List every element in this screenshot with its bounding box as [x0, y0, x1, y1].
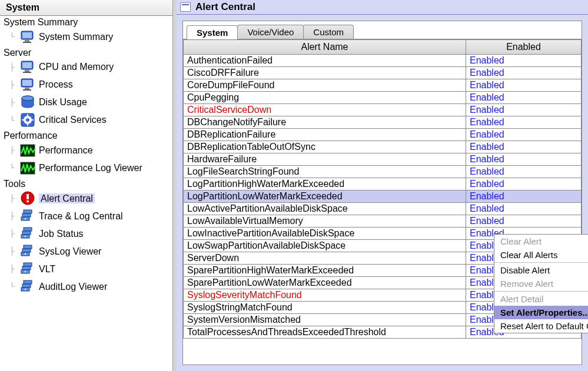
tree-item[interactable]: ├ Process: [2, 76, 170, 93]
alert-enabled-cell: Enabled: [466, 203, 582, 215]
column-header-enabled[interactable]: Enabled: [466, 40, 582, 55]
svg-point-13: [22, 96, 34, 101]
server-stack-icon: [20, 261, 35, 276]
alert-name-cell: DBChangeNotifyFailure: [184, 116, 466, 129]
table-row[interactable]: LogPartitionLowWaterMarkExceededEnabled: [184, 190, 582, 203]
alert-enabled-cell: Enabled: [466, 166, 582, 178]
context-menu-item: Alert Detail: [494, 292, 588, 306]
tab[interactable]: Custom: [303, 25, 354, 39]
table-row[interactable]: LogPartitionHighWaterMarkExceededEnabled: [184, 178, 582, 190]
alert-enabled-cell: Enabled: [466, 190, 582, 203]
tree-group-label[interactable]: System Summary: [4, 16, 170, 28]
svg-rect-23: [26, 200, 29, 202]
context-menu-separator: [494, 262, 588, 263]
table-row[interactable]: LowActivePartitionAvailableDiskSpaceEnab…: [184, 203, 582, 215]
tree-item[interactable]: └ System Summary: [2, 28, 170, 46]
tree-branch-icon: ├: [9, 248, 20, 255]
context-menu-item[interactable]: Set Alert/Properties...: [494, 306, 588, 319]
context-menu: Clear AlertClear All AlertsDisable Alert…: [494, 234, 588, 333]
context-menu-item: Remove Alert: [494, 277, 588, 290]
tree-item-label: Disk Usage: [39, 97, 87, 108]
svg-point-39: [25, 271, 26, 272]
alert-name-cell: DBReplicationFailure: [184, 129, 466, 141]
tree-group-label[interactable]: Tools: [4, 178, 170, 190]
context-menu-separator: [494, 291, 588, 292]
main-panel: Alert Central SystemVoice/VideoCustom Al…: [177, 0, 588, 371]
tree-item[interactable]: ├ Trace & Log Central: [2, 207, 170, 225]
alert-name-cell: LowInactivePartitionAvailableDiskSpace: [184, 228, 466, 240]
tree-branch-icon: └: [9, 164, 20, 172]
tab[interactable]: System: [187, 25, 238, 39]
tree-item[interactable]: └ Performance Log Viewer: [2, 159, 170, 177]
table-row[interactable]: DBChangeNotifyFailureEnabled: [184, 116, 582, 129]
alert-name-cell: AuthenticationFailed: [184, 55, 466, 67]
context-menu-item[interactable]: Clear All Alerts: [494, 248, 588, 262]
table-row[interactable]: CriticalServiceDownEnabled: [184, 104, 582, 116]
tree-item[interactable]: ├ VLT: [2, 260, 170, 278]
table-row[interactable]: AuthenticationFailedEnabled: [184, 55, 582, 67]
alert-name-cell: LogFileSearchStringFound: [184, 166, 466, 178]
context-menu-item[interactable]: Disable Alert: [494, 263, 588, 277]
alert-enabled-cell: Enabled: [466, 79, 582, 92]
svg-rect-1: [22, 32, 32, 38]
monitor-blue-icon: [20, 29, 35, 45]
gear-blue-icon: [20, 112, 35, 128]
table-row[interactable]: HardwareFailureEnabled: [184, 153, 582, 166]
tree-item-label: Performance: [39, 145, 93, 156]
alert-name-cell: SparePartitionLowWaterMarkExceeded: [184, 277, 466, 289]
sidebar: System System Summary└ System SummarySer…: [0, 0, 173, 371]
alert-red-icon: [20, 190, 35, 206]
alert-enabled-cell: Enabled: [466, 129, 582, 141]
tree-item[interactable]: ├ Performance: [2, 142, 170, 159]
svg-point-35: [25, 253, 26, 255]
svg-rect-7: [23, 72, 31, 73]
svg-rect-24: [24, 210, 32, 213]
svg-point-27: [25, 218, 26, 219]
alert-name-cell: HardwareFailure: [184, 153, 466, 166]
alert-enabled-cell: Enabled: [466, 153, 582, 166]
monitor-blue-icon: [20, 77, 35, 92]
tree-item[interactable]: ├ SysLog Viewer: [2, 242, 170, 260]
svg-rect-25: [22, 213, 31, 217]
server-stack-icon: [20, 279, 35, 294]
tree-item[interactable]: ├ Alert Central: [2, 189, 170, 207]
alert-name-cell: CpuPegging: [184, 92, 466, 104]
table-row[interactable]: DBReplicationFailureEnabled: [184, 129, 582, 141]
tree-item-label: VLT: [39, 264, 55, 275]
svg-rect-2: [25, 40, 29, 42]
context-menu-item[interactable]: Reset Alert to Default Config: [494, 319, 588, 333]
alert-name-cell: LowAvailableVirtualMemory: [184, 215, 466, 228]
tree-item[interactable]: ├ CPU and Memory: [2, 58, 170, 76]
alert-name-cell: CoreDumpFileFound: [184, 79, 466, 92]
alert-name-cell: SparePartitionHighWaterMarkExceeded: [184, 265, 466, 277]
column-header-name[interactable]: Alert Name: [184, 40, 466, 55]
table-row[interactable]: CpuPeggingEnabled: [184, 92, 582, 104]
tree-item-label: Alert Central: [39, 193, 95, 204]
tree-item[interactable]: ├ Job Status: [2, 225, 170, 242]
alert-enabled-cell: Enabled: [466, 215, 582, 228]
svg-rect-6: [25, 70, 29, 72]
table-row[interactable]: DBReplicationTableOutOfSyncEnabled: [184, 141, 582, 153]
tree-branch-icon: ├: [9, 63, 20, 71]
tree-group-label[interactable]: Performance: [4, 130, 170, 142]
svg-rect-32: [24, 245, 32, 249]
table-row[interactable]: LogFileSearchStringFoundEnabled: [184, 166, 582, 178]
alert-enabled-cell: Enabled: [466, 178, 582, 190]
table-row[interactable]: CiscoDRFFailureEnabled: [184, 67, 582, 79]
alert-name-cell: LogPartitionLowWaterMarkExceeded: [184, 190, 466, 203]
sidebar-title: System: [0, 0, 172, 16]
tree-item[interactable]: ├ Disk Usage: [2, 93, 170, 111]
tree-branch-icon: ├: [9, 265, 20, 273]
svg-rect-40: [24, 280, 32, 284]
alert-enabled-cell: Enabled: [466, 104, 582, 116]
tree-item[interactable]: └ Critical Services: [2, 111, 170, 129]
table-row[interactable]: CoreDumpFileFoundEnabled: [184, 79, 582, 92]
table-row[interactable]: LowAvailableVirtualMemoryEnabled: [184, 215, 582, 228]
tab[interactable]: Voice/Video: [237, 25, 304, 39]
alert-name-cell: ServerDown: [184, 252, 466, 265]
alert-name-cell: SyslogStringMatchFound: [184, 302, 466, 314]
tree-group-label[interactable]: Server: [4, 47, 170, 59]
tree-item[interactable]: └ AuditLog Viewer: [2, 278, 170, 295]
svg-rect-5: [22, 62, 32, 68]
svg-rect-29: [22, 231, 31, 235]
